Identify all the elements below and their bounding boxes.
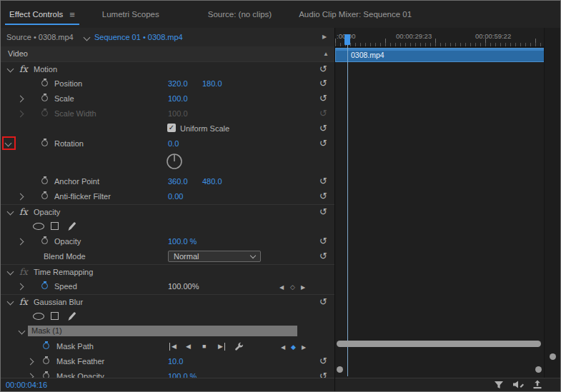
- add-keyframe-icon[interactable]: ◇: [290, 283, 295, 291]
- tab-lumetri-scopes[interactable]: Lumetri Scopes: [94, 1, 168, 28]
- playhead-handle[interactable]: [344, 34, 350, 45]
- previous-keyframe-icon[interactable]: ◀: [279, 284, 284, 291]
- track-mask-backward-icon[interactable]: ◀: [186, 343, 191, 351]
- reset-icon[interactable]: ↺: [319, 64, 327, 74]
- chevron-down-icon[interactable]: [19, 328, 26, 335]
- timeline-scrollbar[interactable]: [337, 341, 541, 347]
- reset-icon[interactable]: ↺: [319, 176, 327, 186]
- chevron-right-icon[interactable]: [17, 194, 24, 201]
- chevron-down-icon[interactable]: [7, 298, 14, 306]
- rotation-dial[interactable]: [166, 153, 183, 171]
- ellipse-mask-icon[interactable]: [33, 223, 44, 230]
- anchor-y-value[interactable]: 480.0: [202, 177, 222, 186]
- stopwatch-icon[interactable]: [41, 236, 49, 246]
- play-triangle-icon[interactable]: ▶: [322, 34, 327, 40]
- position-x-value[interactable]: 320.0: [168, 79, 188, 88]
- reset-icon[interactable]: ↺: [319, 191, 327, 201]
- reset-icon[interactable]: ↺: [319, 356, 327, 366]
- reset-icon[interactable]: ↺: [319, 123, 327, 134]
- speed-value[interactable]: 100.00%: [168, 282, 199, 291]
- row-anti-flicker: Anti-flicker Filter 0.00 ↺: [1, 189, 334, 204]
- reset-icon[interactable]: ↺: [319, 296, 327, 307]
- stopwatch-icon[interactable]: [42, 356, 51, 366]
- track-mask-back-frame-icon[interactable]: ◀: [169, 343, 177, 351]
- ellipse-mask-icon[interactable]: [33, 313, 44, 320]
- dropdown-value: Normal: [174, 252, 199, 261]
- fx-badge-icon[interactable]: fx: [19, 206, 28, 217]
- chevron-down-icon[interactable]: [7, 268, 14, 276]
- row-position: Position 320.0 180.0 ↺: [1, 76, 334, 91]
- stopwatch-icon[interactable]: [42, 341, 51, 351]
- chevron-down-icon[interactable]: [84, 34, 91, 41]
- reset-icon[interactable]: ↺: [319, 138, 327, 149]
- next-keyframe-icon[interactable]: ▶: [302, 344, 306, 351]
- chevron-right-icon[interactable]: [17, 96, 24, 103]
- chevron-right-icon[interactable]: [17, 283, 24, 291]
- anchor-x-value[interactable]: 360.0: [168, 177, 188, 186]
- scale-value[interactable]: 100.0: [168, 94, 188, 103]
- timeline-ruler[interactable]: :00:00 00:00:29:23 00:00:59:22: [335, 28, 546, 47]
- row-scale: Scale 100.0 ↺: [1, 91, 334, 106]
- row-mask-feather: Mask Feather 10.0 ↺: [1, 354, 334, 369]
- stopwatch-icon[interactable]: [41, 281, 49, 291]
- rect-mask-icon[interactable]: [51, 312, 59, 320]
- mask-feather-value[interactable]: 10.0: [168, 357, 183, 366]
- timeline-clip[interactable]: 0308.mp4: [335, 48, 545, 62]
- anti-flicker-value[interactable]: 0.00: [168, 192, 183, 201]
- current-timecode[interactable]: 00:00:04:16: [6, 381, 47, 389]
- pen-mask-icon[interactable]: [67, 311, 76, 323]
- chevron-down-icon[interactable]: [7, 66, 14, 73]
- effect-timeline-panel: :00:00 00:00:29:23 00:00:59:22 0308.mp4: [335, 28, 560, 391]
- fx-badge-icon[interactable]: fx: [19, 64, 28, 74]
- tab-audio-clip-mixer[interactable]: Audio Clip Mixer: Sequence 01: [290, 1, 420, 28]
- effect-label: Gaussian Blur: [34, 298, 83, 306]
- reset-icon[interactable]: ↺: [319, 236, 327, 246]
- fx-badge-icon[interactable]: fx: [19, 296, 28, 307]
- rect-mask-icon[interactable]: [51, 222, 59, 230]
- reset-icon[interactable]: ↺: [319, 78, 327, 89]
- uniform-scale-checkbox[interactable]: ✓: [167, 124, 176, 132]
- audio-keyframes-icon[interactable]: [512, 380, 525, 391]
- row-rotation-dial: [1, 151, 334, 174]
- scroll-up-icon[interactable]: ▲: [323, 51, 329, 57]
- previous-keyframe-icon[interactable]: ◀: [281, 344, 285, 351]
- tracking-settings-wrench-icon[interactable]: [234, 342, 244, 353]
- tab-effect-controls[interactable]: Effect Controls ≡: [1, 1, 84, 28]
- row-blend-mode: Blend Mode Normal ↺: [1, 249, 334, 264]
- stopwatch-icon[interactable]: [41, 176, 49, 186]
- filter-keyframes-icon[interactable]: [494, 380, 504, 391]
- mask-name-field[interactable]: Mask (1): [28, 326, 297, 336]
- stopwatch-icon[interactable]: [41, 139, 49, 149]
- stop-tracking-icon[interactable]: ■: [202, 343, 206, 351]
- sequence-clip-label[interactable]: Sequence 01 • 0308.mp4: [94, 33, 183, 41]
- reset-icon[interactable]: ↺: [319, 251, 327, 261]
- reset-icon[interactable]: ↺: [319, 93, 327, 104]
- tab-label: Lumetri Scopes: [102, 10, 159, 19]
- chevron-down-icon[interactable]: [7, 208, 14, 216]
- track-mask-forward-icon[interactable]: ▶: [218, 343, 225, 351]
- row-effect-motion: fx Motion ↺: [1, 61, 334, 77]
- chevron-right-icon[interactable]: [17, 238, 24, 246]
- blend-mode-dropdown[interactable]: Normal: [168, 251, 261, 262]
- row-opacity-value: Opacity 100.0 % ↺: [1, 234, 334, 249]
- opacity-value[interactable]: 100.0 %: [168, 237, 197, 246]
- property-label: Scale: [54, 94, 74, 103]
- next-keyframe-icon[interactable]: ▶: [301, 284, 305, 291]
- panel-menu-icon[interactable]: ≡: [69, 9, 75, 20]
- position-y-value[interactable]: 180.0: [202, 79, 222, 88]
- source-clip-label[interactable]: Source • 0308.mp4: [6, 33, 74, 41]
- vertical-zoom-handle[interactable]: [550, 353, 556, 360]
- stopwatch-icon[interactable]: [41, 79, 49, 89]
- pen-mask-icon[interactable]: [67, 221, 76, 233]
- rotation-value[interactable]: 0.0: [168, 139, 179, 148]
- zoom-handle-right[interactable]: [535, 366, 542, 373]
- chevron-right-icon[interactable]: [27, 358, 34, 366]
- chevron-down-icon: [250, 253, 256, 258]
- tab-source-monitor[interactable]: Source: (no clips): [199, 1, 280, 28]
- export-icon[interactable]: [532, 380, 542, 391]
- keyframe-at-playhead-icon[interactable]: ◆: [291, 343, 296, 351]
- zoom-handle-left[interactable]: [337, 366, 343, 373]
- stopwatch-icon[interactable]: [41, 191, 49, 201]
- stopwatch-icon[interactable]: [41, 94, 49, 104]
- reset-icon[interactable]: ↺: [319, 206, 327, 217]
